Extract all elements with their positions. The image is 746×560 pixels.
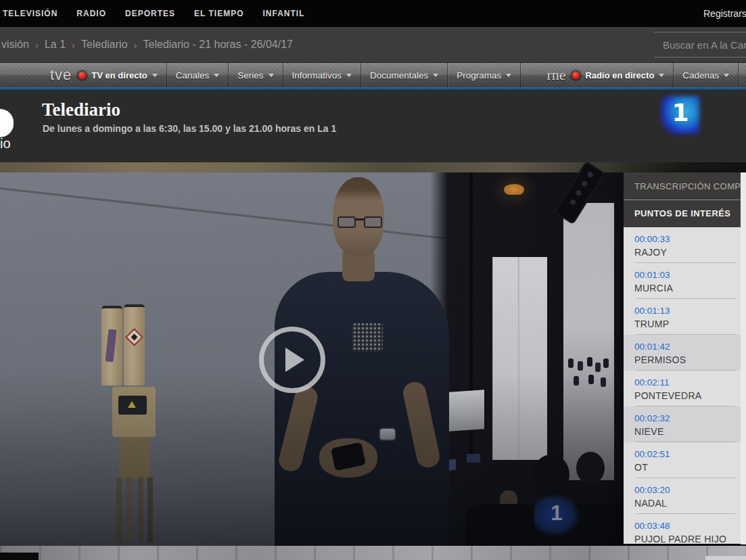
- top-nav-item[interactable]: TELEVISIÓN: [3, 9, 57, 18]
- poi-timestamp: 00:01:13: [634, 305, 734, 317]
- point-of-interest-item[interactable]: 00:02:51 OT: [624, 442, 741, 478]
- play-button[interactable]: [259, 327, 325, 393]
- nav-menu-label: Series: [237, 70, 263, 80]
- primary-site-nav: TELEVISIÓN RADIO DEPORTES EL TIEMPO INFA…: [3, 0, 304, 27]
- nav-menu-label: Programas: [457, 70, 501, 80]
- video-still: [563, 203, 614, 480]
- point-of-interest-item[interactable]: 00:01:13 TRUMP: [624, 299, 741, 335]
- nav-menu-item[interactable]: Música: [739, 63, 746, 87]
- chevron-down-icon: [214, 74, 219, 80]
- poi-keyword: NIEVE: [634, 425, 734, 438]
- video-still: [337, 216, 382, 231]
- poi-timestamp: 00:02:51: [634, 448, 734, 461]
- sidebar-scrollbar[interactable]: [741, 172, 746, 544]
- nav-menu-label: Canales: [176, 70, 210, 80]
- breadcrumb-segment[interactable]: visión: [1, 39, 29, 51]
- poi-timestamp: 00:02:32: [634, 413, 734, 425]
- nav-menu-item[interactable]: Documentales: [361, 63, 448, 87]
- chevron-down-icon: [724, 74, 729, 80]
- poi-timestamp: 00:01:03: [634, 269, 734, 281]
- top-nav-item[interactable]: INFANTIL: [262, 9, 304, 18]
- register-link[interactable]: Registrarse: [703, 0, 746, 27]
- breadcrumb: visión ›La 1 ›Telediario ›Telediario - 2…: [1, 27, 293, 62]
- radio-live-link[interactable]: Radio en directo: [585, 70, 654, 80]
- video-still: [119, 437, 150, 479]
- bottom-notch: [0, 553, 39, 560]
- video-still: [116, 477, 153, 542]
- nav-menu-label: Cadenas: [682, 70, 719, 80]
- breadcrumb-item: ›Telediario: [66, 39, 127, 51]
- video-still: [467, 454, 480, 463]
- point-of-interest-item[interactable]: 00:01:42 PERMISOS: [624, 335, 741, 371]
- video-still: [568, 358, 574, 368]
- video-still: [492, 257, 547, 460]
- nav-menu-item[interactable]: Programas: [448, 63, 521, 87]
- search-input[interactable]: [654, 32, 746, 57]
- poi-keyword: OT: [634, 461, 734, 473]
- video-still: [576, 452, 605, 484]
- breadcrumb-bar: visión ›La 1 ›Telediario ›Telediario - 2…: [0, 27, 746, 62]
- program-logo-text: io: [0, 136, 11, 151]
- tv-live-link[interactable]: TV en directo: [91, 70, 147, 80]
- la1-channel-logo[interactable]: 1: [661, 96, 699, 134]
- poi-timestamp: 00:02:11: [634, 377, 734, 389]
- chevron-down-icon: [152, 74, 158, 80]
- top-nav-item[interactable]: RADIO: [76, 9, 106, 18]
- page-title: Telediario: [42, 99, 120, 120]
- poi-keyword: PERMISOS: [634, 354, 734, 366]
- chevron-down-icon: [506, 74, 511, 80]
- video-player[interactable]: 1 TRANSCRIPCIÓN COMPLETA PUNTOS DE INTER…: [0, 162, 746, 546]
- video-still: [364, 216, 382, 228]
- breadcrumb-item: visión: [1, 39, 29, 51]
- poi-keyword: RAJOY: [634, 246, 734, 258]
- top-nav-item[interactable]: DEPORTES: [125, 9, 175, 18]
- poi-timestamp: 00:03:48: [634, 520, 734, 532]
- channel-nav: tve TV en directo Canales Series Informa…: [0, 62, 746, 87]
- point-of-interest-item[interactable]: 00:02:11 PONTEVEDRA: [624, 371, 741, 406]
- tve-logo[interactable]: tve: [50, 66, 72, 84]
- chevron-down-icon: [269, 74, 274, 80]
- program-logo-icon: [0, 109, 14, 137]
- poi-keyword: PUJOL PADRE HIJO: [634, 533, 734, 544]
- nav-menu-item[interactable]: Series: [229, 63, 283, 87]
- points-of-interest-panel: TRANSCRIPCIÓN COMPLETA PUNTOS DE INTERÉS…: [624, 172, 746, 544]
- poi-keyword: NADAL: [634, 497, 734, 509]
- breadcrumb-segment[interactable]: La 1: [45, 39, 66, 51]
- breadcrumb-separator: ›: [29, 39, 45, 51]
- watermark-number: 1: [534, 500, 579, 526]
- page-bottom-strip: [0, 546, 746, 560]
- tve-live-menu[interactable]: tve TV en directo: [39, 63, 167, 87]
- live-dot-icon: [572, 72, 580, 79]
- tab-points-of-interest[interactable]: PUNTOS DE INTERÉS: [624, 200, 741, 227]
- nav-menu-item[interactable]: Cadenas: [674, 63, 739, 87]
- nav-menu-label: Documentales: [370, 70, 428, 80]
- point-of-interest-item[interactable]: 00:00:33 RAJOY: [624, 227, 741, 263]
- breadcrumb-separator: ›: [66, 39, 81, 51]
- page: TELEVISIÓN RADIO DEPORTES EL TIEMPO INFA…: [0, 0, 746, 560]
- program-schedule: De lunes a domingo a las 6:30, las 15.00…: [43, 123, 336, 134]
- live-dot-icon: [78, 72, 86, 79]
- poi-timestamp: 00:00:33: [634, 233, 734, 246]
- bottom-light-block: [705, 556, 746, 560]
- chevron-down-icon: [346, 74, 352, 80]
- poi-keyword: TRUMP: [634, 318, 734, 330]
- sidebar-content: TRANSCRIPCIÓN COMPLETA PUNTOS DE INTERÉS…: [624, 172, 741, 544]
- point-of-interest-item[interactable]: 00:03:20 NADAL: [624, 478, 741, 514]
- point-of-interest-item[interactable]: 00:02:32 NIEVE: [624, 406, 741, 442]
- point-of-interest-item[interactable]: 00:01:03 MURCIA: [624, 263, 741, 299]
- sidebar-header: TRANSCRIPCIÓN COMPLETA PUNTOS DE INTERÉS: [624, 172, 741, 227]
- chevron-down-icon: [659, 74, 664, 80]
- tab-full-transcript[interactable]: TRANSCRIPCIÓN COMPLETA: [624, 172, 741, 200]
- rne-live-menu[interactable]: rne Radio en directo: [536, 63, 674, 87]
- channel-watermark: 1: [534, 495, 579, 536]
- nav-menu-item[interactable]: Canales: [167, 63, 229, 87]
- nav-menu-item[interactable]: Informativos: [283, 63, 362, 87]
- breadcrumb-segment[interactable]: Telediario - 21 horas - 26/04/17: [143, 39, 293, 51]
- poi-keyword: PONTEVEDRA: [634, 390, 734, 402]
- rne-logo[interactable]: rne: [546, 66, 565, 84]
- point-of-interest-item[interactable]: 00:03:48 PUJOL PADRE HIJO: [624, 514, 741, 544]
- breadcrumb-segment[interactable]: Telediario: [81, 39, 127, 51]
- top-nav-item[interactable]: EL TIEMPO: [194, 9, 243, 18]
- search-box: [654, 32, 746, 57]
- breadcrumb-separator: ›: [128, 39, 143, 51]
